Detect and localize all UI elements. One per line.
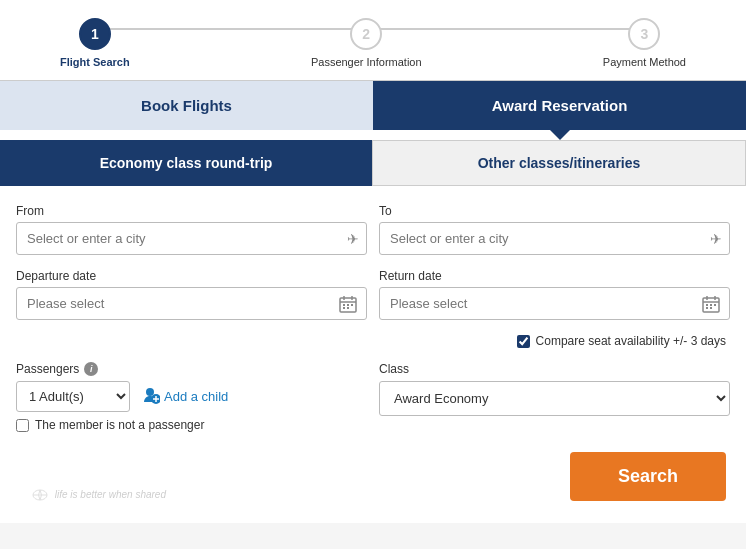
return-input[interactable] xyxy=(379,287,730,320)
tab-book-flights[interactable]: Book Flights xyxy=(0,81,373,130)
return-input-wrapper xyxy=(379,287,730,320)
watermark-text: life is better when shared xyxy=(55,489,166,500)
compare-label[interactable]: Compare seat availability +/- 3 days xyxy=(536,334,726,348)
to-input-wrapper: ✈ xyxy=(379,222,730,255)
from-label: From xyxy=(16,204,367,218)
departure-label: Departure date xyxy=(16,269,367,283)
calendar-icon-departure xyxy=(337,293,359,315)
search-button[interactable]: Search xyxy=(570,452,726,501)
compare-checkbox[interactable] xyxy=(517,335,530,348)
from-input-wrapper: ✈ xyxy=(16,222,367,255)
step-3-label: Payment Method xyxy=(603,56,686,68)
return-group: Return date xyxy=(379,269,730,320)
class-title: Class xyxy=(379,362,730,376)
svg-rect-4 xyxy=(343,304,345,306)
to-input[interactable] xyxy=(379,222,730,255)
add-child-label: Add a child xyxy=(164,389,228,404)
from-to-row: From ✈ To ✈ xyxy=(16,204,730,255)
from-input[interactable] xyxy=(16,222,367,255)
not-passenger-label[interactable]: The member is not a passenger xyxy=(35,418,204,432)
svg-rect-16 xyxy=(706,307,708,309)
passengers-controls: 1 Adult(s) 2 Adult(s) 3 Adult(s) 4 Adult… xyxy=(16,381,367,412)
tab-other-classes[interactable]: Other classes/itineraries xyxy=(372,140,746,186)
add-child-button[interactable]: Add a child xyxy=(140,385,228,408)
progress-bar: 1 Flight Search 2 Passenger Information … xyxy=(0,0,746,80)
svg-rect-13 xyxy=(706,304,708,306)
plane-icon-to: ✈ xyxy=(710,231,722,247)
step-3: 3 Payment Method xyxy=(603,18,686,68)
passengers-info-icon[interactable]: i xyxy=(84,362,98,376)
plane-icon-from: ✈ xyxy=(347,231,359,247)
svg-rect-15 xyxy=(714,304,716,306)
compare-row: Compare seat availability +/- 3 days xyxy=(16,334,730,348)
add-child-icon xyxy=(140,385,160,408)
step-1-circle: 1 xyxy=(79,18,111,50)
from-group: From ✈ xyxy=(16,204,367,255)
departure-input[interactable] xyxy=(16,287,367,320)
passengers-title: Passengers i xyxy=(16,362,367,376)
svg-rect-6 xyxy=(351,304,353,306)
class-select[interactable]: Award Economy Award Business Award First xyxy=(379,381,730,416)
not-passenger-checkbox[interactable] xyxy=(16,419,29,432)
svg-rect-5 xyxy=(347,304,349,306)
passengers-class-row: Passengers i 1 Adult(s) 2 Adult(s) 3 Adu… xyxy=(16,362,730,432)
passengers-select[interactable]: 1 Adult(s) 2 Adult(s) 3 Adult(s) 4 Adult… xyxy=(16,381,130,412)
search-row: life is better when shared Search xyxy=(16,442,730,511)
svg-rect-8 xyxy=(347,307,349,309)
watermark: life is better when shared xyxy=(32,489,166,501)
step-1-label: Flight Search xyxy=(60,56,130,68)
form-area: From ✈ To ✈ Departure date xyxy=(0,186,746,523)
tab-row-1: Book Flights Award Reservation xyxy=(0,80,746,130)
step-2-circle: 2 xyxy=(350,18,382,50)
passengers-label: Passengers xyxy=(16,362,79,376)
departure-group: Departure date xyxy=(16,269,367,320)
svg-rect-17 xyxy=(710,307,712,309)
departure-input-wrapper xyxy=(16,287,367,320)
step-2: 2 Passenger Information xyxy=(311,18,422,68)
step-1: 1 Flight Search xyxy=(60,18,130,68)
class-section: Class Award Economy Award Business Award… xyxy=(379,362,730,416)
svg-point-18 xyxy=(146,388,154,396)
step-2-label: Passenger Information xyxy=(311,56,422,68)
not-passenger-row: The member is not a passenger xyxy=(16,418,367,432)
dates-row: Departure date xyxy=(16,269,730,320)
main-container: 1 Flight Search 2 Passenger Information … xyxy=(0,0,746,523)
svg-rect-7 xyxy=(343,307,345,309)
tab-economy-roundtrip[interactable]: Economy class round-trip xyxy=(0,140,372,186)
step-3-circle: 3 xyxy=(628,18,660,50)
svg-rect-14 xyxy=(710,304,712,306)
passengers-section: Passengers i 1 Adult(s) 2 Adult(s) 3 Adu… xyxy=(16,362,367,432)
tab-row-2: Economy class round-trip Other classes/i… xyxy=(0,140,746,186)
class-label: Class xyxy=(379,362,409,376)
to-label: To xyxy=(379,204,730,218)
tab-award-reservation[interactable]: Award Reservation xyxy=(373,81,746,130)
to-group: To ✈ xyxy=(379,204,730,255)
calendar-icon-return xyxy=(700,293,722,315)
return-label: Return date xyxy=(379,269,730,283)
